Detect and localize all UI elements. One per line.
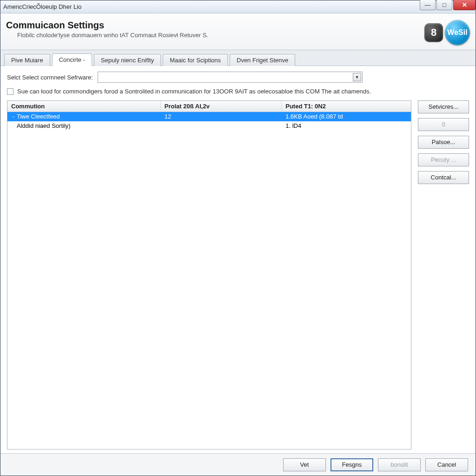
window-frame: AmencCriecÕloeulp Dher Lio — □ ✕ Commuic… bbox=[0, 0, 476, 476]
table-row[interactable]: -Tiwe Cleectfeed 12 1.6KB Aoed (8.087 td bbox=[7, 112, 411, 121]
software-select-row: Selct Select cormneel Sefrware: ▼ bbox=[7, 72, 469, 83]
cell-name: Alddid niaed Sortily) bbox=[7, 121, 161, 130]
minimize-button[interactable]: — bbox=[420, 0, 436, 10]
page-title: Commuicaon Settings bbox=[6, 20, 424, 31]
side-button-column: Setvicres... 0 Palsoe... Pecuty ... Cont… bbox=[418, 100, 469, 450]
brand-orb-icon: WeSil bbox=[445, 20, 470, 45]
content-row: Commution Prolat 20ß AI,2v Puted T1: 0N2… bbox=[7, 100, 469, 450]
window-controls: — □ ✕ bbox=[420, 0, 476, 13]
table-body: -Tiwe Cleectfeed 12 1.6KB Aoed (8.087 td… bbox=[7, 112, 411, 449]
chevron-down-icon: ▼ bbox=[353, 73, 361, 81]
tab-pive-muiare[interactable]: Pive Muiare bbox=[4, 54, 50, 66]
vet-button[interactable]: Vet bbox=[283, 458, 326, 471]
option-row: Sue can łood for commondigers forod a So… bbox=[7, 87, 388, 96]
bonslit-button[interactable]: bonslit bbox=[378, 458, 421, 471]
cell-puted: 1.6KB Aoed (8.087 td bbox=[282, 112, 411, 121]
th-puted[interactable]: Puted T1: 0N2 bbox=[282, 101, 411, 112]
window-title: AmencCriecÕloeulp Dher Lio bbox=[3, 3, 420, 10]
cancel-button[interactable]: Cancel bbox=[425, 458, 468, 471]
option-checkbox-label: Sue can łood for commondigers forod a So… bbox=[17, 87, 371, 96]
services-button[interactable]: Setvicres... bbox=[418, 100, 469, 113]
dialog-footer: Vet Fesgns bonslit Cancel bbox=[0, 453, 476, 476]
pause-button[interactable]: Palsoe... bbox=[418, 136, 469, 149]
version-badge-icon: 8 bbox=[424, 23, 443, 42]
maximize-button[interactable]: □ bbox=[436, 0, 452, 10]
header-text-group: Commuicaon Settings Flobilc cholode'tyse… bbox=[6, 20, 424, 39]
pecuty-button[interactable]: Pecuty ... bbox=[418, 153, 469, 166]
tab-panel: Selct Select cormneel Sefrware: ▼ Sue ca… bbox=[0, 66, 476, 453]
close-icon: ✕ bbox=[462, 1, 467, 8]
tab-dven[interactable]: Dven Friget Stenve bbox=[230, 54, 295, 66]
cell-prolat bbox=[161, 125, 282, 127]
software-select-dropdown[interactable]: ▼ bbox=[98, 72, 363, 83]
cell-prolat: 12 bbox=[161, 112, 282, 121]
table-row[interactable]: Alddid niaed Sortily) 1. lD4 bbox=[7, 121, 411, 131]
page-header: Commuicaon Settings Flobilc cholode'tyse… bbox=[0, 13, 476, 50]
connections-table[interactable]: Commution Prolat 20ß AI,2v Puted T1: 0N2… bbox=[7, 100, 411, 450]
th-commution[interactable]: Commution bbox=[7, 101, 161, 112]
cell-name: -Tiwe Cleectfeed bbox=[7, 112, 161, 121]
tab-concirte[interactable]: Concirte - bbox=[52, 53, 92, 66]
maximize-icon: □ bbox=[443, 1, 446, 8]
option-checkbox[interactable] bbox=[7, 88, 13, 95]
zero-button[interactable]: 0 bbox=[418, 118, 469, 131]
th-prolat[interactable]: Prolat 20ß AI,2v bbox=[161, 101, 282, 112]
titlebar: AmencCriecÕloeulp Dher Lio — □ ✕ bbox=[0, 0, 476, 13]
tab-strip: Pive Muiare Concirte - Sepuly nierıc Eni… bbox=[0, 50, 476, 66]
fesgns-button[interactable]: Fesgns bbox=[331, 458, 373, 471]
cell-name-text: Tiwe Cleectfeed bbox=[17, 113, 60, 120]
table-header: Commution Prolat 20ß AI,2v Puted T1: 0N2 bbox=[7, 101, 411, 112]
tab-sepuly[interactable]: Sepuly nierıc Eniflty bbox=[94, 54, 161, 66]
cell-puted: 1. lD4 bbox=[282, 121, 411, 130]
software-select-label: Selct Select cormneel Sefrware: bbox=[7, 74, 93, 81]
cell-name-text: Alddid niaed Sortily) bbox=[17, 122, 71, 129]
page-subtitle: Flobilc cholode'tyse donmauern wnho tAT … bbox=[6, 32, 424, 39]
row-expander-icon[interactable]: - bbox=[11, 113, 16, 120]
minimize-icon: — bbox=[425, 1, 431, 8]
tab-maaic[interactable]: Maaic for Sciptions bbox=[163, 54, 228, 66]
contcal-button[interactable]: Contcal... bbox=[418, 171, 469, 184]
header-badges: 8 WeSil bbox=[424, 20, 467, 45]
close-button[interactable]: ✕ bbox=[453, 0, 476, 10]
